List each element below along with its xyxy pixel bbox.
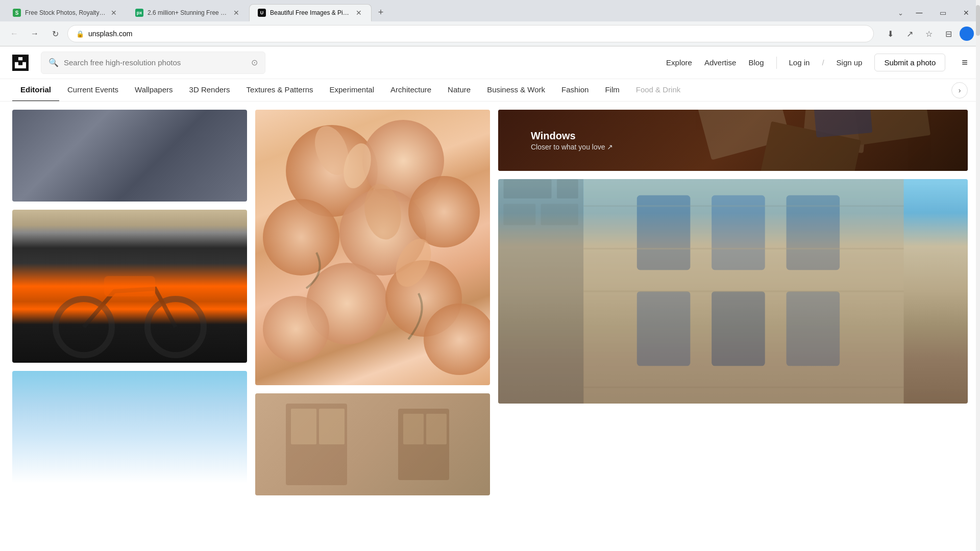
browser-tab-1[interactable]: S Free Stock Photos, Royalty Free S ✕ — [4, 4, 127, 21]
fabric-image[interactable] — [12, 110, 247, 202]
image-column-3: Windows Closer to what you love ↗ — [498, 110, 968, 543]
clouds-image[interactable] — [12, 371, 247, 483]
tab2-close[interactable]: ✕ — [232, 8, 240, 17]
bookmark-icon[interactable]: ☆ — [921, 26, 937, 42]
svg-point-7 — [408, 176, 480, 247]
tab2-title: 2.6 million+ Stunning Free Imag... — [148, 9, 228, 16]
forward-button[interactable]: → — [27, 26, 43, 42]
back-button[interactable]: ← — [6, 26, 22, 42]
svg-rect-18 — [319, 409, 345, 444]
tab1-close[interactable]: ✕ — [110, 8, 118, 17]
svg-rect-41 — [787, 291, 840, 366]
category-film[interactable]: Film — [597, 79, 627, 102]
profile-button[interactable] — [960, 27, 974, 41]
maximize-button[interactable]: ▭ — [931, 4, 954, 21]
tab-bar-chevron[interactable]: ⌄ — [893, 6, 908, 20]
scroll-thumb[interactable] — [976, 5, 980, 36]
url-text: unsplash.com — [88, 30, 132, 38]
svg-rect-2 — [104, 276, 155, 296]
submit-photo-button[interactable]: Submit a photo — [874, 54, 945, 71]
ssl-lock-icon: 🔒 — [76, 30, 84, 38]
login-link[interactable]: Log in — [789, 58, 810, 67]
svg-rect-32 — [557, 179, 578, 198]
category-business[interactable]: Business & Work — [479, 79, 553, 102]
browser-tab-2[interactable]: px 2.6 million+ Stunning Free Imag... ✕ — [127, 4, 249, 21]
svg-rect-26 — [813, 110, 873, 138]
windows-ad-card[interactable]: Windows Closer to what you love ↗ — [498, 110, 968, 171]
svg-rect-17 — [291, 409, 316, 444]
category-next-arrow[interactable]: › — [951, 82, 968, 98]
category-nature[interactable]: Nature — [439, 79, 479, 102]
scroll-bar[interactable] — [976, 0, 980, 551]
svg-rect-21 — [426, 414, 447, 444]
svg-rect-34 — [541, 204, 578, 226]
sidebar-icon[interactable]: ⊟ — [940, 26, 957, 42]
blog-link[interactable]: Blog — [748, 58, 764, 67]
category-wallpapers[interactable]: Wallpapers — [127, 79, 181, 102]
category-3d-renders[interactable]: 3D Renders — [181, 79, 238, 102]
motorcycle-image[interactable] — [12, 210, 247, 363]
signup-link[interactable]: Sign up — [837, 58, 863, 67]
share-icon[interactable]: ↗ — [901, 26, 918, 42]
window-bottom-image[interactable] — [255, 393, 490, 495]
tab2-favicon: px — [135, 9, 143, 17]
hamburger-menu[interactable]: ≡ — [962, 57, 968, 68]
category-current-events[interactable]: Current Events — [59, 79, 127, 102]
svg-point-10 — [263, 296, 329, 362]
svg-rect-33 — [503, 204, 535, 226]
header-nav: Explore Advertise Blog Log in / Sign up … — [666, 54, 968, 71]
site-header: 🔍 ⊙ Explore Advertise Blog Log in / Sign… — [0, 46, 980, 79]
architecture-image[interactable] — [498, 179, 968, 404]
image-column-1 — [12, 110, 247, 543]
tab3-favicon: U — [258, 9, 266, 17]
ad-text-block: Windows Closer to what you love ↗ — [531, 130, 613, 151]
nav-divider — [776, 57, 777, 69]
close-window-button[interactable]: ✕ — [954, 4, 978, 21]
svg-rect-40 — [712, 291, 765, 366]
tab1-favicon: S — [13, 9, 21, 17]
flowers-image[interactable] — [255, 110, 490, 385]
tab1-title: Free Stock Photos, Royalty Free S — [25, 9, 106, 16]
unsplash-logo[interactable] — [12, 55, 29, 71]
search-box[interactable]: 🔍 ⊙ — [41, 52, 265, 74]
category-architecture[interactable]: Architecture — [382, 79, 439, 102]
nav-separator: / — [822, 58, 824, 67]
explore-link[interactable]: Explore — [666, 58, 692, 67]
svg-point-5 — [263, 199, 339, 276]
browser-chrome: S Free Stock Photos, Royalty Free S ✕ px… — [0, 0, 980, 46]
new-tab-button[interactable]: + — [374, 5, 388, 19]
browser-tab-3[interactable]: U Beautiful Free Images & Pictures ✕ — [249, 4, 372, 21]
svg-rect-20 — [403, 414, 424, 444]
image-column-2 — [255, 110, 490, 543]
svg-rect-39 — [637, 291, 691, 366]
address-bar-row: ← → ↻ 🔒 unsplash.com ⬇ ↗ ☆ ⊟ — [0, 21, 980, 46]
category-nav: Editorial Current Events Wallpapers 3D R… — [0, 79, 980, 102]
refresh-button[interactable]: ↻ — [47, 26, 63, 42]
svg-rect-31 — [503, 179, 551, 198]
ad-subtitle: Closer to what you love ↗ — [531, 143, 613, 151]
camera-search-icon[interactable]: ⊙ — [251, 58, 258, 67]
main-content: Windows Closer to what you love ↗ — [0, 102, 980, 551]
minimize-button[interactable]: ─ — [908, 4, 931, 21]
tab3-close[interactable]: ✕ — [355, 8, 363, 17]
search-icon: 🔍 — [48, 58, 59, 67]
ad-title: Windows — [531, 130, 613, 142]
category-food[interactable]: Food & Drink — [628, 79, 689, 102]
category-textures[interactable]: Textures & Patterns — [238, 79, 322, 102]
logo-icon — [12, 55, 29, 71]
advertise-link[interactable]: Advertise — [704, 58, 737, 67]
search-input[interactable] — [64, 58, 246, 67]
tab3-title: Beautiful Free Images & Pictures — [270, 9, 351, 16]
address-bar[interactable]: 🔒 unsplash.com — [67, 25, 874, 42]
category-experimental[interactable]: Experimental — [322, 79, 383, 102]
category-fashion[interactable]: Fashion — [553, 79, 597, 102]
download-icon[interactable]: ⬇ — [882, 26, 898, 42]
category-editorial[interactable]: Editorial — [12, 79, 59, 102]
